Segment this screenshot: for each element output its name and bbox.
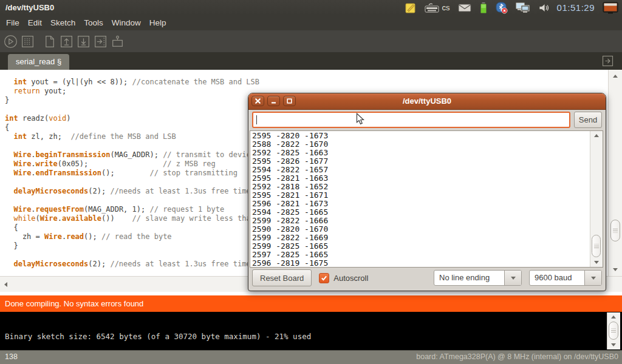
- serial-input-field[interactable]: [252, 112, 570, 128]
- reset-board-button[interactable]: Reset Board: [252, 269, 312, 286]
- session-icon[interactable]: [603, 2, 618, 14]
- serial-output-line: 2595 -2821 -1671: [252, 191, 603, 200]
- compile-status-message: Done compiling. No syntax errors found: [5, 299, 143, 308]
- close-icon: [254, 97, 262, 105]
- screen: /dev/ttyUSB0 cs 01:51:29 FileEditSketchT…: [0, 0, 622, 364]
- menu-item-sketch[interactable]: Sketch: [46, 15, 80, 30]
- menubar: FileEditSketchToolsWindowHelp: [0, 15, 622, 30]
- upload-button[interactable]: [93, 34, 108, 49]
- scroll-up-arrow-icon[interactable]: [613, 75, 618, 78]
- open-button[interactable]: [59, 34, 74, 49]
- serial-output-line: 2594 -2822 -1657: [252, 166, 603, 174]
- tabbar: serial_read §: [0, 52, 622, 70]
- serial-monitor-button[interactable]: [110, 34, 125, 49]
- baud-rate-value: 9600 baud: [530, 271, 584, 285]
- clock[interactable]: 01:51:29: [557, 2, 595, 13]
- new-sketch-button[interactable]: [42, 34, 57, 49]
- serial-output-line: 2596 -2819 -1675: [252, 259, 603, 268]
- scroll-left-arrow-icon[interactable]: [4, 282, 7, 287]
- battery-icon[interactable]: [479, 2, 488, 14]
- autoscroll-checkbox[interactable]: [319, 273, 329, 283]
- serial-output-line: 2599 -2822 -1666: [252, 217, 603, 225]
- open-icon: [59, 34, 74, 49]
- keyboard-icon[interactable]: [425, 2, 439, 13]
- console-scrollbar[interactable]: [607, 312, 620, 349]
- menu-item-file[interactable]: File: [2, 15, 24, 30]
- serial-output-lines: 2595 -2820 -16732588 -2822 -16702592 -28…: [250, 131, 603, 268]
- verify-button[interactable]: [3, 34, 18, 49]
- line-ending-dropdown[interactable]: No line ending: [434, 270, 522, 286]
- serial-scrollbar-thumb[interactable]: [592, 235, 601, 257]
- serial-output-line: 2596 -2821 -1673: [252, 200, 603, 208]
- console-scrollbar-thumb[interactable]: [609, 322, 618, 340]
- serial-output-line: 2597 -2825 -1665: [252, 251, 603, 259]
- code-line: int yout = (yl|(yh << 8)); //concatenate…: [5, 78, 608, 87]
- tab-menu-icon[interactable]: [601, 55, 614, 67]
- autoscroll-label: Autoscroll: [333, 274, 368, 283]
- window-title: /dev/ttyUSB0: [0, 3, 54, 12]
- system-tray: cs 01:51:29: [405, 0, 622, 15]
- baud-rate-dropdown[interactable]: 9600 baud: [529, 270, 602, 286]
- serial-monitor-titlebar[interactable]: /dev/ttyUSB0: [248, 93, 606, 110]
- stop-icon: [20, 34, 35, 49]
- ide-statusbar: 138 board: ATmega328P(A) @ 8 MHz (intern…: [0, 350, 622, 364]
- note-icon[interactable]: [405, 2, 417, 14]
- serial-output-line: 2594 -2825 -1665: [252, 208, 603, 217]
- serial-output-line: 2599 -2825 -1665: [252, 242, 603, 251]
- menu-item-edit[interactable]: Edit: [24, 15, 46, 30]
- compile-status-bar: Done compiling. No syntax errors found: [0, 295, 622, 312]
- serial-output-line: 2599 -2822 -1669: [252, 234, 603, 242]
- upload-icon: [93, 34, 108, 49]
- minimize-icon: [270, 97, 278, 105]
- send-button[interactable]: Send: [574, 112, 602, 128]
- serial-output-line: 2595 -2820 -1673: [252, 132, 603, 140]
- serial-monitor-icon: [110, 34, 125, 49]
- minimize-button[interactable]: [267, 96, 280, 106]
- keyboard-layout-label[interactable]: cs: [442, 3, 450, 12]
- menu-item-tools[interactable]: Tools: [80, 15, 108, 30]
- bluetooth-icon[interactable]: [496, 2, 508, 14]
- menu-item-window[interactable]: Window: [108, 15, 145, 30]
- serial-scroll-up-icon[interactable]: [594, 134, 599, 137]
- stop-button[interactable]: [20, 34, 35, 49]
- chevron-down-icon[interactable]: [504, 271, 521, 285]
- serial-output-line: 2592 -2825 -1663: [252, 149, 603, 157]
- network-icon[interactable]: [516, 2, 530, 13]
- tab-serial-read[interactable]: serial_read §: [8, 54, 69, 70]
- maximize-icon: [285, 97, 293, 105]
- serial-output-line: 2588 -2822 -1670: [252, 140, 603, 149]
- chevron-down-icon[interactable]: [584, 271, 601, 285]
- menu-item-help[interactable]: Help: [145, 15, 171, 30]
- console-output: Binary sketch size: 6542 bytes (of a 307…: [5, 332, 311, 341]
- serial-output-line: 2595 -2826 -1677: [252, 157, 603, 166]
- serial-output-line: 2592 -2818 -1652: [252, 183, 603, 191]
- verify-icon: [3, 34, 18, 49]
- console: Binary sketch size: 6542 bytes (of a 307…: [0, 312, 622, 350]
- serial-scroll-down-icon[interactable]: [594, 261, 599, 264]
- line-number: 138: [5, 352, 18, 361]
- text-caret: [256, 115, 257, 124]
- board-info: board: ATmega328P(A) @ 8 MHz (internal) …: [416, 352, 618, 361]
- mail-icon[interactable]: [458, 3, 471, 13]
- maximize-button[interactable]: [283, 96, 296, 106]
- editor-scrollbar-thumb[interactable]: [610, 220, 620, 241]
- serial-input-row: Send: [252, 112, 602, 129]
- console-scroll-up-icon[interactable]: [611, 315, 616, 318]
- top-panel: /dev/ttyUSB0 cs 01:51:29: [0, 0, 622, 15]
- save-icon: [76, 34, 91, 49]
- serial-output-scrollbar[interactable]: [590, 131, 603, 267]
- volume-icon[interactable]: [538, 2, 549, 13]
- serial-output-line: 2595 -2821 -1663: [252, 174, 603, 183]
- close-button[interactable]: [251, 96, 264, 106]
- save-button[interactable]: [76, 34, 91, 49]
- serial-monitor-window: /dev/ttyUSB0 Send 2595 -2820 -16732588 -…: [248, 93, 606, 291]
- toolbar: [0, 30, 622, 52]
- serial-output-line: 2590 -2820 -1670: [252, 225, 603, 234]
- check-icon: [321, 275, 327, 281]
- new-icon: [42, 34, 57, 49]
- serial-output-area[interactable]: 2595 -2820 -16732588 -2822 -16702592 -28…: [250, 130, 603, 268]
- console-scroll-down-icon[interactable]: [611, 343, 616, 346]
- scroll-down-arrow-icon[interactable]: [613, 268, 618, 271]
- editor-vertical-scrollbar[interactable]: [608, 70, 622, 276]
- serial-monitor-title: /dev/ttyUSB0: [248, 93, 606, 109]
